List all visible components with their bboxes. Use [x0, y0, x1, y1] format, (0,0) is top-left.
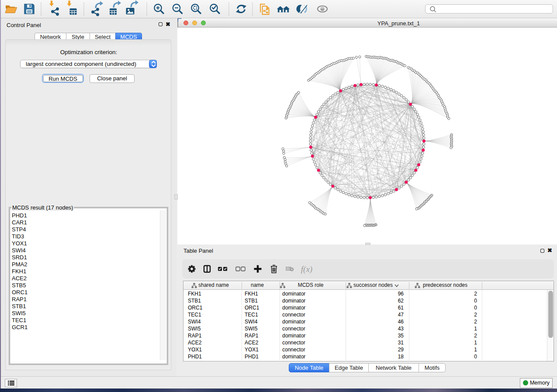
svg-text:f(x): f(x): [301, 265, 312, 274]
